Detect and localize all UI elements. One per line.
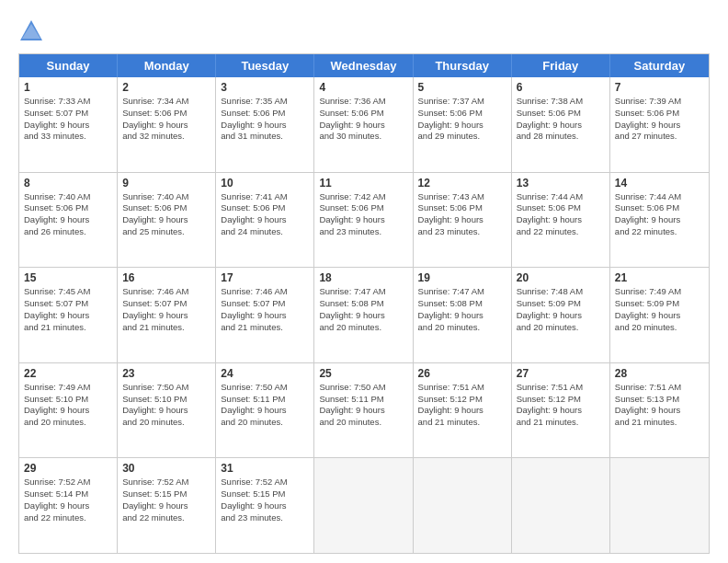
day-number: 10 bbox=[221, 177, 309, 190]
day-info-line: Daylight: 9 hours bbox=[615, 310, 704, 322]
day-info-line: Daylight: 9 hours bbox=[418, 120, 506, 132]
day-info-line: Daylight: 9 hours bbox=[615, 214, 704, 226]
day-cell-8: 8Sunrise: 7:40 AMSunset: 5:06 PMDaylight… bbox=[19, 173, 118, 268]
day-info-line: Daylight: 9 hours bbox=[122, 500, 210, 512]
day-info-line: Sunrise: 7:52 AM bbox=[24, 477, 112, 488]
day-info: Sunrise: 7:46 AMSunset: 5:07 PMDaylight:… bbox=[122, 286, 210, 333]
day-info-line: Sunrise: 7:38 AM bbox=[517, 96, 605, 108]
day-info-line: Sunrise: 7:49 AM bbox=[615, 286, 704, 298]
day-info-line: Sunset: 5:07 PM bbox=[221, 298, 309, 310]
day-info-line: and 22 minutes. bbox=[24, 512, 112, 524]
day-info: Sunrise: 7:51 AMSunset: 5:12 PMDaylight:… bbox=[418, 382, 506, 429]
day-info-line: and 21 minutes. bbox=[221, 322, 309, 334]
day-info-line: Sunrise: 7:35 AM bbox=[221, 96, 309, 108]
day-info: Sunrise: 7:49 AMSunset: 5:09 PMDaylight:… bbox=[615, 286, 704, 333]
day-number: 16 bbox=[122, 271, 210, 284]
day-info-line: and 21 minutes. bbox=[517, 417, 605, 429]
day-info: Sunrise: 7:47 AMSunset: 5:08 PMDaylight:… bbox=[418, 286, 506, 333]
day-info-line: Sunset: 5:06 PM bbox=[517, 108, 605, 120]
day-info-line: and 32 minutes. bbox=[122, 131, 210, 143]
day-number: 21 bbox=[615, 271, 704, 284]
day-info: Sunrise: 7:33 AMSunset: 5:07 PMDaylight:… bbox=[24, 96, 112, 143]
day-info-line: and 20 minutes. bbox=[221, 417, 309, 429]
day-cell-6: 6Sunrise: 7:38 AMSunset: 5:06 PMDaylight… bbox=[512, 77, 610, 172]
day-number: 3 bbox=[221, 81, 309, 94]
day-cell-21: 21Sunrise: 7:49 AMSunset: 5:09 PMDayligh… bbox=[610, 268, 709, 362]
day-info: Sunrise: 7:52 AMSunset: 5:14 PMDaylight:… bbox=[24, 477, 112, 523]
day-number: 4 bbox=[319, 81, 407, 94]
day-info-line: Sunrise: 7:46 AM bbox=[122, 286, 210, 298]
day-number: 8 bbox=[24, 177, 112, 190]
day-info-line: Sunrise: 7:37 AM bbox=[418, 96, 506, 108]
day-info-line: Sunset: 5:10 PM bbox=[122, 394, 210, 406]
day-info-line: Sunrise: 7:39 AM bbox=[615, 96, 704, 108]
weekday-header-thursday: Thursday bbox=[414, 54, 512, 77]
day-info: Sunrise: 7:37 AMSunset: 5:06 PMDaylight:… bbox=[418, 96, 506, 143]
day-cell-11: 11Sunrise: 7:42 AMSunset: 5:06 PMDayligh… bbox=[314, 173, 413, 268]
day-info: Sunrise: 7:38 AMSunset: 5:06 PMDaylight:… bbox=[517, 96, 605, 143]
calendar-body: 1Sunrise: 7:33 AMSunset: 5:07 PMDaylight… bbox=[19, 77, 709, 553]
day-info: Sunrise: 7:51 AMSunset: 5:12 PMDaylight:… bbox=[517, 382, 605, 429]
day-info-line: and 23 minutes. bbox=[418, 226, 506, 238]
day-info-line: and 27 minutes. bbox=[615, 131, 704, 143]
day-info: Sunrise: 7:40 AMSunset: 5:06 PMDaylight:… bbox=[122, 191, 210, 238]
day-number: 17 bbox=[221, 271, 309, 284]
day-info-line: Sunrise: 7:40 AM bbox=[24, 191, 112, 203]
weekday-header-friday: Friday bbox=[512, 54, 610, 77]
day-cell-20: 20Sunrise: 7:48 AMSunset: 5:09 PMDayligh… bbox=[512, 268, 610, 362]
day-cell-19: 19Sunrise: 7:47 AMSunset: 5:08 PMDayligh… bbox=[414, 268, 512, 362]
day-info-line: Daylight: 9 hours bbox=[517, 405, 605, 417]
day-info-line: Daylight: 9 hours bbox=[24, 310, 112, 322]
day-info-line: Daylight: 9 hours bbox=[122, 120, 210, 132]
day-info-line: Sunrise: 7:48 AM bbox=[517, 286, 605, 298]
day-info: Sunrise: 7:36 AMSunset: 5:06 PMDaylight:… bbox=[319, 96, 407, 143]
day-cell-10: 10Sunrise: 7:41 AMSunset: 5:06 PMDayligh… bbox=[216, 173, 314, 268]
day-info-line: and 21 minutes. bbox=[24, 322, 112, 334]
day-cell-28: 28Sunrise: 7:51 AMSunset: 5:13 PMDayligh… bbox=[610, 363, 709, 458]
day-number: 24 bbox=[221, 367, 309, 380]
day-info-line: Sunrise: 7:52 AM bbox=[221, 477, 309, 488]
day-info-line: Sunset: 5:06 PM bbox=[122, 108, 210, 120]
day-info-line: Sunrise: 7:50 AM bbox=[319, 382, 407, 394]
day-info-line: Daylight: 9 hours bbox=[319, 405, 407, 417]
day-number: 12 bbox=[418, 177, 506, 190]
day-info-line: Daylight: 9 hours bbox=[24, 500, 112, 512]
day-info-line: Sunrise: 7:51 AM bbox=[517, 382, 605, 394]
empty-cell-4-4 bbox=[414, 458, 512, 553]
day-info-line: Daylight: 9 hours bbox=[517, 120, 605, 132]
day-info: Sunrise: 7:42 AMSunset: 5:06 PMDaylight:… bbox=[319, 191, 407, 238]
day-info-line: and 28 minutes. bbox=[517, 131, 605, 143]
day-cell-22: 22Sunrise: 7:49 AMSunset: 5:10 PMDayligh… bbox=[19, 363, 118, 458]
day-info: Sunrise: 7:43 AMSunset: 5:06 PMDaylight:… bbox=[418, 191, 506, 238]
header bbox=[18, 18, 710, 44]
day-info-line: and 21 minutes. bbox=[122, 322, 210, 334]
day-number: 27 bbox=[517, 367, 605, 380]
day-info-line: and 20 minutes. bbox=[418, 322, 506, 334]
day-info-line: Daylight: 9 hours bbox=[122, 310, 210, 322]
day-info-line: Daylight: 9 hours bbox=[517, 214, 605, 226]
page: SundayMondayTuesdayWednesdayThursdayFrid… bbox=[0, 0, 728, 563]
day-cell-13: 13Sunrise: 7:44 AMSunset: 5:06 PMDayligh… bbox=[512, 173, 610, 268]
day-cell-23: 23Sunrise: 7:50 AMSunset: 5:10 PMDayligh… bbox=[118, 363, 216, 458]
calendar-header: SundayMondayTuesdayWednesdayThursdayFrid… bbox=[19, 54, 709, 77]
day-cell-26: 26Sunrise: 7:51 AMSunset: 5:12 PMDayligh… bbox=[414, 363, 512, 458]
day-info-line: Daylight: 9 hours bbox=[319, 120, 407, 132]
day-number: 25 bbox=[319, 367, 407, 380]
day-info-line: Sunrise: 7:40 AM bbox=[122, 191, 210, 203]
day-cell-16: 16Sunrise: 7:46 AMSunset: 5:07 PMDayligh… bbox=[118, 268, 216, 362]
day-info-line: Sunset: 5:09 PM bbox=[615, 298, 704, 310]
day-number: 30 bbox=[122, 462, 210, 475]
weekday-header-saturday: Saturday bbox=[610, 54, 709, 77]
day-number: 20 bbox=[517, 271, 605, 284]
day-info: Sunrise: 7:50 AMSunset: 5:11 PMDaylight:… bbox=[221, 382, 309, 429]
day-number: 28 bbox=[615, 367, 704, 380]
day-info: Sunrise: 7:46 AMSunset: 5:07 PMDaylight:… bbox=[221, 286, 309, 333]
empty-cell-4-6 bbox=[610, 458, 709, 553]
day-info-line: Sunset: 5:09 PM bbox=[517, 298, 605, 310]
day-info-line: Daylight: 9 hours bbox=[221, 310, 309, 322]
svg-marker-1 bbox=[22, 24, 40, 39]
day-info-line: Daylight: 9 hours bbox=[221, 500, 309, 512]
day-info-line: Sunset: 5:06 PM bbox=[221, 202, 309, 214]
logo bbox=[18, 18, 48, 44]
day-info-line: Sunrise: 7:45 AM bbox=[24, 286, 112, 298]
